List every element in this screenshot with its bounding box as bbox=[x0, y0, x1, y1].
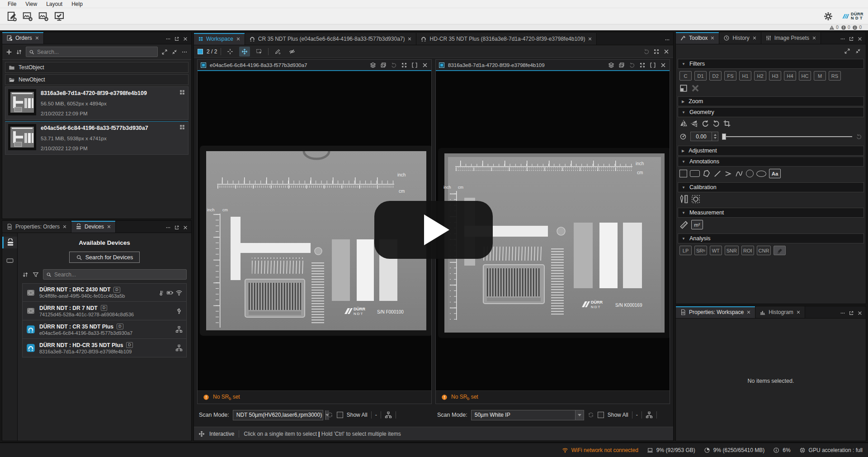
video-play-overlay[interactable] bbox=[374, 201, 493, 259]
section-filters[interactable]: ▼Filters bbox=[678, 59, 864, 69]
line-annotation-icon[interactable] bbox=[713, 170, 722, 178]
section-adjustment[interactable]: ▶Adjustment bbox=[678, 146, 864, 156]
viewer-select-checkbox[interactable] bbox=[201, 62, 206, 68]
new-order-icon[interactable] bbox=[5, 10, 19, 23]
order-item[interactable]: e04ac5e6-6c84-4196-8a33-f577b3d930a7 53.… bbox=[5, 121, 189, 155]
filter-icon[interactable] bbox=[33, 271, 39, 278]
circle-annotation-icon[interactable] bbox=[746, 170, 754, 177]
close-icon[interactable] bbox=[588, 37, 592, 41]
pan-tool[interactable] bbox=[239, 47, 250, 57]
reset-view-icon[interactable] bbox=[643, 48, 650, 55]
filter-c-button[interactable]: C bbox=[679, 71, 692, 81]
maximize-icon[interactable] bbox=[639, 62, 646, 68]
tab-properties-orders[interactable]: Properties: Orders bbox=[2, 221, 71, 233]
analysis-roi-button[interactable]: ROI bbox=[741, 246, 754, 255]
collapse-all-icon[interactable] bbox=[171, 49, 178, 55]
analysis-wt-button[interactable]: WT bbox=[710, 246, 722, 255]
tab-overflow-icon[interactable] bbox=[665, 37, 670, 43]
close-icon[interactable] bbox=[422, 62, 428, 68]
add-order-icon[interactable] bbox=[6, 49, 12, 55]
fit-to-view-icon[interactable] bbox=[650, 62, 656, 68]
acquisition-monitor-icon[interactable] bbox=[52, 10, 66, 23]
close-icon[interactable] bbox=[796, 310, 801, 314]
error-counter[interactable]: 0 bbox=[841, 25, 850, 30]
rectangle-annotation-icon[interactable] bbox=[690, 170, 700, 177]
menu-help[interactable]: Help bbox=[67, 0, 87, 8]
section-annotations[interactable]: ▼Annotations bbox=[678, 157, 864, 167]
analysis-srb-button[interactable]: SRb bbox=[694, 246, 707, 255]
filter-region-icon[interactable] bbox=[679, 84, 688, 92]
reset-icon[interactable] bbox=[629, 62, 635, 68]
popout-icon[interactable] bbox=[849, 36, 854, 42]
scan-mode-select[interactable]: NDT 50µm(HV620,laser6,rpm3000) bbox=[233, 410, 323, 420]
show-all-checkbox[interactable] bbox=[337, 412, 343, 418]
panel-menu-icon[interactable] bbox=[840, 36, 845, 42]
panel-menu-icon[interactable] bbox=[165, 36, 171, 42]
device-list-view-icon[interactable] bbox=[2, 237, 17, 248]
folder-testobject[interactable]: TestObject bbox=[5, 62, 189, 73]
section-analysis[interactable]: ▼Analysis bbox=[678, 233, 864, 243]
image-stack-icon[interactable] bbox=[618, 62, 625, 68]
reset-icon[interactable] bbox=[391, 62, 397, 68]
viewer-select-checkbox[interactable] bbox=[439, 62, 444, 68]
filter-m-button[interactable]: M bbox=[814, 71, 826, 81]
tab-image-presets[interactable]: Image Presets bbox=[761, 32, 821, 44]
wifi-status[interactable]: WiFi network not connected bbox=[562, 447, 638, 453]
refresh-icon[interactable] bbox=[327, 412, 333, 418]
tab-devices[interactable]: Devices bbox=[71, 221, 116, 233]
crosshair-tool[interactable] bbox=[225, 47, 236, 57]
panel-menu-icon[interactable] bbox=[840, 310, 845, 316]
rect-select-tool[interactable] bbox=[254, 47, 264, 57]
tab-toolbox[interactable]: Toolbox bbox=[676, 32, 719, 44]
tab-orders[interactable]: Orders bbox=[2, 32, 44, 44]
import-image-icon[interactable] bbox=[20, 10, 35, 23]
close-icon[interactable] bbox=[857, 36, 863, 42]
collapse-all-icon[interactable] bbox=[855, 48, 861, 54]
close-icon[interactable] bbox=[183, 36, 188, 42]
device-row-cr35[interactable]: DÜRR NDT : CR 35 NDT Plus D e04ac5e6-6c8… bbox=[22, 320, 187, 339]
hide-annotations-tool[interactable] bbox=[287, 47, 297, 57]
crop-icon[interactable] bbox=[723, 119, 731, 128]
angle-spinner[interactable] bbox=[712, 132, 718, 141]
calibrate-circle-icon[interactable] bbox=[691, 195, 700, 204]
close-icon[interactable] bbox=[107, 224, 111, 229]
angle-slider[interactable] bbox=[722, 133, 852, 140]
rotate-ccw-icon[interactable] bbox=[712, 119, 720, 128]
grid-view-icon[interactable] bbox=[179, 124, 185, 130]
menu-layout[interactable]: Layout bbox=[42, 0, 66, 8]
sort-icon[interactable] bbox=[16, 49, 22, 55]
more-options-icon[interactable] bbox=[181, 49, 188, 55]
info-counter[interactable]: 0 bbox=[852, 25, 862, 30]
angle-input[interactable]: 0.00 bbox=[690, 132, 718, 141]
device-row-drc2430[interactable]: DÜRR NDT : DRC 2430 NDT D 9c4ff8fe-aeaf-… bbox=[22, 283, 187, 302]
scan-mode-select[interactable]: 50µm White IP bbox=[471, 410, 584, 420]
close-icon[interactable] bbox=[710, 36, 715, 40]
filter-fs-button[interactable]: FS bbox=[724, 71, 736, 81]
memory-status[interactable]: 9% (6250/65410 MB) bbox=[704, 447, 764, 453]
layout-indicator-icon[interactable] bbox=[198, 49, 203, 54]
expand-all-icon[interactable] bbox=[161, 49, 168, 55]
close-icon[interactable] bbox=[752, 36, 757, 40]
layers-icon[interactable] bbox=[608, 62, 614, 68]
flip-vertical-icon[interactable] bbox=[690, 119, 698, 128]
orders-search[interactable] bbox=[26, 47, 158, 57]
analysis-profile-tool[interactable] bbox=[774, 246, 786, 255]
disk-status[interactable]: 9% (92/953 GB) bbox=[647, 447, 695, 453]
filter-d1-button[interactable]: D1 bbox=[694, 71, 707, 81]
cpu-status[interactable]: 6% bbox=[773, 447, 790, 453]
layers-icon[interactable] bbox=[370, 62, 376, 68]
folder-newobject[interactable]: NewObject bbox=[5, 74, 189, 85]
export-image-icon[interactable] bbox=[36, 10, 51, 23]
filter-hc-button[interactable]: HC bbox=[799, 71, 811, 81]
show-all-checkbox[interactable] bbox=[598, 412, 604, 418]
maximize-icon[interactable] bbox=[653, 48, 660, 55]
tab-hdcr35[interactable]: HD-CR 35 NDT Plus (8316a3e8-7d1a-4720-8f… bbox=[416, 33, 597, 45]
device-row-dr7[interactable]: DÜRR NDT : DR 7 NDT D 74125d45-528a-401c… bbox=[22, 302, 187, 320]
close-icon[interactable] bbox=[746, 310, 751, 314]
section-measurement[interactable]: ▼Measurement bbox=[678, 208, 864, 218]
flip-horizontal-icon[interactable] bbox=[679, 119, 688, 128]
close-icon[interactable] bbox=[183, 225, 188, 230]
rotate-cw-icon[interactable] bbox=[701, 119, 709, 128]
sort-icon[interactable] bbox=[22, 271, 28, 278]
filter-h3-button[interactable]: H3 bbox=[769, 71, 781, 81]
